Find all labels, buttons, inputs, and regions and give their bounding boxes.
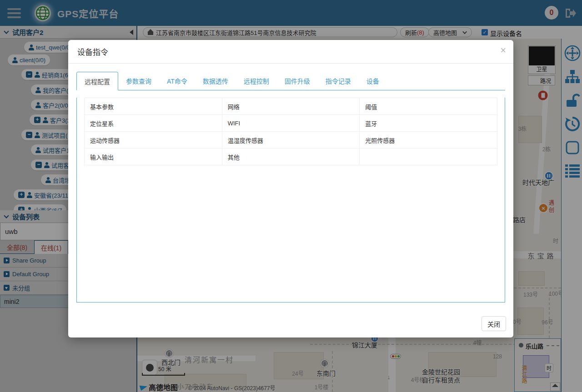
cmd-basic-params[interactable]: 基本参数	[85, 98, 222, 114]
cmd-bluetooth[interactable]: 蓝牙	[360, 115, 497, 131]
cmd-wifi[interactable]: WIFI	[222, 115, 360, 131]
tab-at-command[interactable]: AT命令	[159, 72, 195, 90]
device-command-modal: 设备指令 × 远程配置 参数查询 AT命令 数据透传 远程控制 固件升级 指令记…	[68, 40, 513, 337]
command-category-table: 基本参数 网络 阈值 定位星系 WIFI 蓝牙 运动传感器 温湿度传感器 光照传…	[84, 98, 497, 165]
cmd-network[interactable]: 网络	[222, 98, 360, 114]
tab-device[interactable]: 设备	[359, 72, 387, 90]
command-tabs: 远程配置 参数查询 AT命令 数据透传 远程控制 固件升级 指令记录 设备	[76, 72, 505, 90]
cmd-threshold[interactable]: 阈值	[360, 98, 497, 114]
cmd-motion-sensor[interactable]: 运动传感器	[85, 132, 222, 148]
modal-body: 远程配置 参数查询 AT命令 数据透传 远程控制 固件升级 指令记录 设备 基本…	[76, 72, 505, 303]
tab-remote-control[interactable]: 远程控制	[236, 72, 277, 90]
cmd-temp-humidity[interactable]: 温湿度传感器	[222, 132, 360, 148]
table-row: 定位星系 WIFI 蓝牙	[85, 115, 497, 132]
tab-remote-config[interactable]: 远程配置	[76, 72, 118, 90]
tab-data-passthrough[interactable]: 数据透传	[195, 72, 236, 90]
tab-panel: 基本参数 网络 阈值 定位星系 WIFI 蓝牙 运动传感器 温湿度传感器 光照传…	[76, 98, 505, 303]
modal-footer: 关闭	[482, 316, 506, 331]
table-row: 运动传感器 温湿度传感器 光照传感器	[85, 132, 497, 149]
cmd-input-output[interactable]: 输入输出	[85, 149, 222, 165]
modal-title: 设备指令	[77, 46, 108, 57]
table-row: 输入输出 其他	[85, 149, 497, 165]
cmd-gnss[interactable]: 定位星系	[85, 115, 222, 131]
cmd-empty-cell	[360, 149, 497, 165]
table-row: 基本参数 网络 阈值	[85, 98, 497, 115]
modal-header: 设备指令 ×	[68, 40, 513, 64]
close-button[interactable]: 关闭	[482, 316, 506, 331]
app: GPS定位平台 0 试用客户2 test_qwe(0/0 client(0/0)…	[0, 0, 582, 392]
cmd-other[interactable]: 其他	[222, 149, 360, 165]
close-icon[interactable]: ×	[500, 45, 506, 55]
tab-command-log[interactable]: 指令记录	[318, 72, 359, 90]
tab-firmware-upgrade[interactable]: 固件升级	[277, 72, 318, 90]
cmd-light-sensor[interactable]: 光照传感器	[360, 132, 497, 148]
tab-param-query[interactable]: 参数查询	[118, 72, 159, 90]
